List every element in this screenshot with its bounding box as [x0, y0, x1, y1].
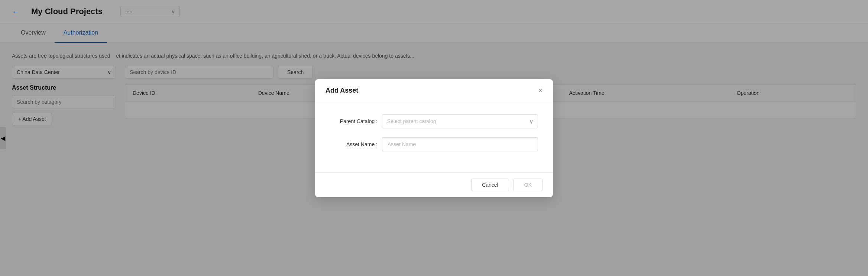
- page-background: ← My Cloud Projects ····· ∨ Overview Aut…: [0, 0, 868, 276]
- modal-header: Add Asset ×: [315, 79, 553, 102]
- asset-name-label: Asset Name :: [330, 141, 382, 147]
- parent-catalog-select[interactable]: [382, 114, 538, 128]
- modal-body: Parent Catalog : ∨ Select parent catalog…: [315, 102, 553, 172]
- modal-title: Add Asset: [326, 87, 358, 94]
- parent-catalog-select-wrapper: ∨ Select parent catalog: [382, 114, 538, 128]
- modal-overlay: Add Asset × Parent Catalog : ∨ Select pa…: [0, 0, 868, 276]
- cancel-button[interactable]: Cancel: [471, 179, 509, 191]
- add-asset-modal: Add Asset × Parent Catalog : ∨ Select pa…: [315, 79, 553, 197]
- asset-name-row: Asset Name :: [330, 137, 538, 151]
- asset-name-input[interactable]: [382, 137, 538, 151]
- ok-button[interactable]: OK: [514, 179, 542, 191]
- modal-footer: Cancel OK: [315, 172, 553, 197]
- parent-catalog-row: Parent Catalog : ∨ Select parent catalog: [330, 114, 538, 128]
- modal-close-button[interactable]: ×: [538, 87, 542, 94]
- parent-catalog-label: Parent Catalog :: [330, 118, 382, 124]
